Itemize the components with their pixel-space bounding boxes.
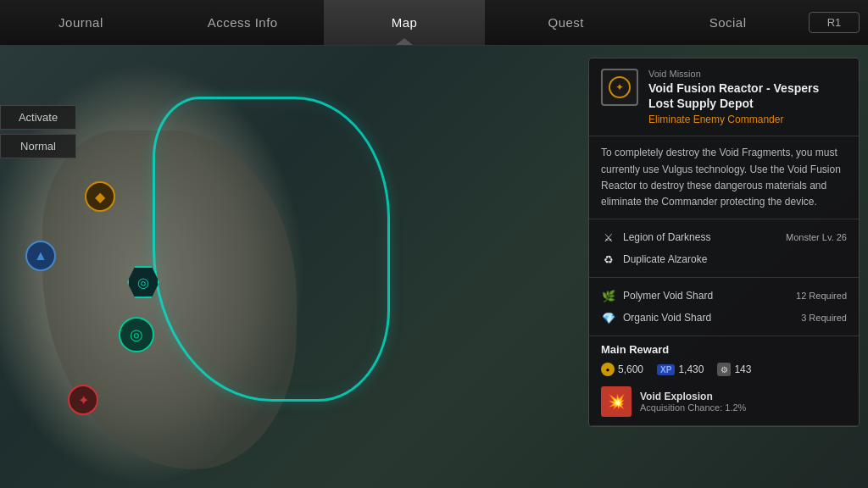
material-value-1: 12 Required: [796, 291, 847, 301]
top-navigation: Journal Access Info Map Quest Social R1: [0, 0, 868, 46]
reward-section: Main Reward ● 5,600 XP 1,430 ⚙ 143 💥 Voi…: [589, 336, 859, 426]
item-reward-icon: 💥: [601, 386, 632, 417]
nav-item-journal[interactable]: Journal: [0, 0, 162, 45]
mission-icon-inner: [609, 76, 631, 98]
material-value-2: 3 Required: [801, 313, 847, 323]
r1-label: R1: [827, 16, 842, 29]
nav-item-social[interactable]: Social: [647, 0, 809, 45]
activate-label: Activate: [19, 111, 58, 124]
enemy-section: ⚔ Legion of Darkness Monster Lv. 26 ♻ Du…: [589, 219, 859, 278]
item-reward-chance: Acquisition Chance: 1.2%: [640, 402, 746, 413]
mission-icon: [601, 69, 638, 106]
gear-value: 143: [734, 363, 751, 375]
coin-value: 5,600: [618, 363, 643, 375]
material-label-2: Organic Void Shard: [623, 312, 711, 324]
left-panel: Activate Normal: [0, 105, 76, 158]
nav-access-info-label: Access Info: [208, 15, 278, 30]
nav-quest-label: Quest: [548, 15, 585, 30]
mission-title-block: Void Mission Void Fusion Reactor - Vespe…: [648, 69, 847, 125]
item-reward-name: Void Explosion: [640, 391, 746, 402]
mission-type: Void Mission: [648, 69, 847, 79]
enemy-row-2: ♻ Duplicate Alzaroke: [601, 248, 847, 270]
enemy-row-2-left: ♻ Duplicate Alzaroke: [601, 252, 707, 267]
xp-value: 1,430: [678, 363, 704, 375]
mission-subtitle: Eliminate Enemy Commander: [648, 114, 847, 125]
reward-coin: ● 5,600: [601, 363, 643, 376]
mission-description: To completely destroy the Void Fragments…: [589, 136, 859, 219]
enemy-icon-2: ♻: [601, 252, 616, 267]
materials-section: 🌿 Polymer Void Shard 12 Required 💎 Organ…: [589, 278, 859, 336]
mission-panel: Void Mission Void Fusion Reactor - Vespe…: [588, 58, 860, 427]
coin-icon: ●: [601, 363, 615, 376]
nav-social-label: Social: [709, 15, 747, 30]
reward-gear: ⚙ 143: [717, 363, 751, 376]
reward-row: ● 5,600 XP 1,430 ⚙ 143: [601, 363, 847, 376]
normal-label: Normal: [20, 140, 56, 152]
map-icon-red[interactable]: ✦: [68, 385, 98, 415]
mission-name: Void Fusion Reactor - Vespers Lost Suppl…: [648, 80, 847, 111]
enemy-label-2: Duplicate Alzaroke: [623, 253, 707, 265]
material-row-2: 💎 Organic Void Shard 3 Required: [601, 307, 847, 329]
teal-border-region: [153, 97, 390, 402]
mission-header: Void Mission Void Fusion Reactor - Vespe…: [589, 58, 859, 136]
material-row-2-left: 💎 Organic Void Shard: [601, 310, 711, 325]
map-icon-orange[interactable]: ◆: [85, 181, 115, 212]
nav-item-access-info[interactable]: Access Info: [162, 0, 324, 45]
activate-button[interactable]: Activate: [0, 105, 76, 130]
item-reward-info: Void Explosion Acquisition Chance: 1.2%: [640, 391, 746, 413]
material-label-1: Polymer Void Shard: [623, 290, 713, 302]
enemy-icon-1: ⚔: [601, 230, 616, 245]
nav-item-map[interactable]: Map: [324, 0, 486, 45]
material-row-1-left: 🌿 Polymer Void Shard: [601, 288, 713, 303]
material-icon-2: 💎: [601, 310, 616, 325]
enemy-row-1-left: ⚔ Legion of Darkness: [601, 230, 710, 245]
gear-icon: ⚙: [717, 363, 731, 376]
normal-button[interactable]: Normal: [0, 134, 76, 158]
enemy-row-1: ⚔ Legion of Darkness Monster Lv. 26: [601, 226, 847, 248]
item-reward: 💥 Void Explosion Acquisition Chance: 1.2…: [601, 383, 847, 420]
enemy-value-1: Monster Lv. 26: [786, 232, 847, 242]
reward-xp: XP 1,430: [657, 363, 704, 375]
map-icon-teal-main[interactable]: ◎: [119, 317, 154, 352]
nav-map-label: Map: [392, 15, 418, 30]
material-icon-1: 🌿: [601, 288, 616, 303]
nav-item-quest[interactable]: Quest: [485, 0, 647, 45]
enemy-label-1: Legion of Darkness: [623, 231, 710, 243]
map-icon-blue[interactable]: ▲: [25, 241, 56, 271]
r1-button[interactable]: R1: [809, 12, 860, 33]
nav-journal-label: Journal: [58, 15, 103, 30]
xp-icon: XP: [657, 364, 675, 375]
material-row-1: 🌿 Polymer Void Shard 12 Required: [601, 285, 847, 307]
reward-title: Main Reward: [601, 343, 847, 356]
